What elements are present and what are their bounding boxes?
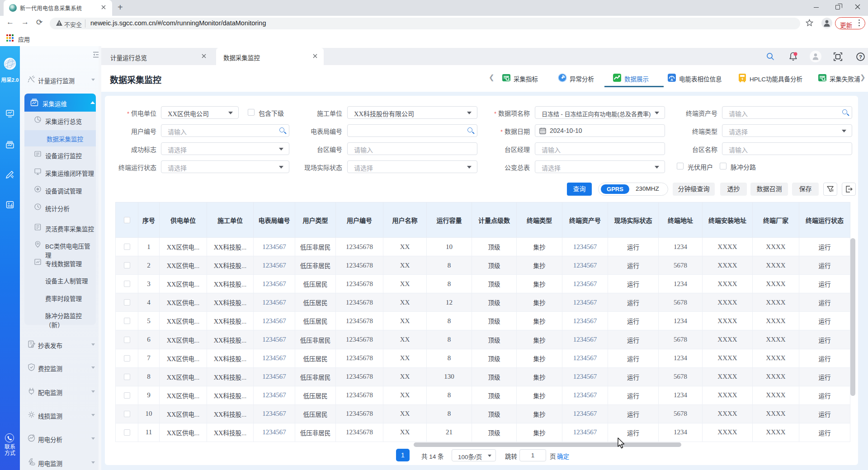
svg-text:A: A <box>670 78 673 82</box>
svg-text:?: ? <box>859 54 862 60</box>
